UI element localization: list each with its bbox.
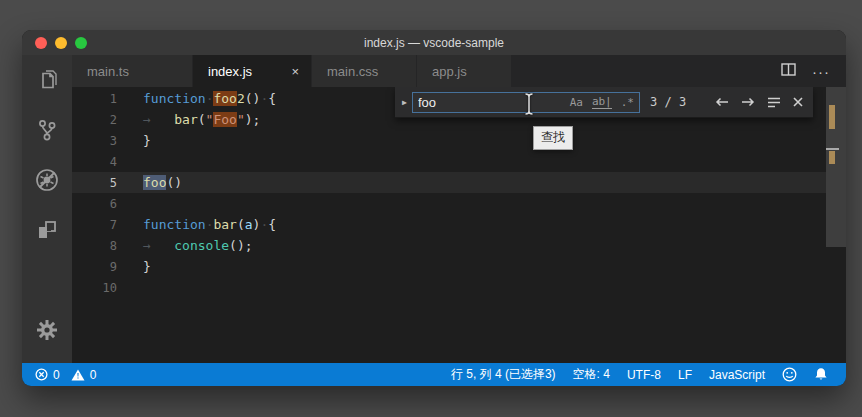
- editor-actions: ···: [781, 55, 846, 87]
- code-token: ();: [229, 238, 252, 253]
- line-number: 2: [72, 113, 117, 127]
- cursor-position-marker: [826, 148, 839, 150]
- vscode-window: index.js — vscode-sample: [22, 30, 846, 386]
- tab-label: main.ts: [87, 64, 129, 79]
- activity-bar: [22, 55, 72, 363]
- line-number: 1: [72, 92, 117, 106]
- line-number: 5: [72, 176, 117, 190]
- status-cursor-position[interactable]: 行 5, 列 4 (已选择3): [451, 366, 556, 383]
- text-cursor-pointer: [523, 92, 535, 119]
- minimize-window-button[interactable]: [55, 37, 67, 49]
- code-line[interactable]: 6: [72, 193, 826, 214]
- match-case-toggle[interactable]: Aa: [570, 96, 583, 109]
- find-match-marker: [829, 105, 835, 129]
- editor-group: main.tsindex.js×main.cssapp.js ··· 1func…: [72, 55, 846, 363]
- code-token: (): [245, 91, 261, 106]
- overview-ruler: [826, 87, 846, 363]
- feedback-smiley-icon[interactable]: [782, 367, 797, 382]
- find-buttons: [715, 97, 811, 108]
- status-bar-right: 行 5, 列 4 (已选择3)空格: 4UTF-8LFJavaScript: [451, 366, 828, 383]
- find-tooltip: 查找: [533, 126, 573, 150]
- code-line[interactable]: 8→console();: [72, 235, 826, 256]
- code-line[interactable]: 10: [72, 277, 826, 298]
- activity-source-control-icon[interactable]: [22, 105, 72, 155]
- code-token: }: [143, 259, 151, 274]
- code-text: →console();: [117, 238, 253, 253]
- notifications-bell-icon[interactable]: [814, 367, 828, 382]
- code-token: (: [237, 217, 245, 232]
- status-indentation[interactable]: 空格: 4: [573, 366, 610, 383]
- tab-app-js[interactable]: app.js: [417, 55, 512, 87]
- find-input[interactable]: [418, 95, 538, 110]
- code-token: →: [143, 112, 174, 127]
- close-window-button[interactable]: [35, 37, 47, 49]
- code-line[interactable]: 4: [72, 151, 826, 172]
- code-token: 2: [237, 91, 245, 106]
- error-icon: [35, 368, 48, 381]
- line-number: 4: [72, 155, 117, 169]
- code-text: →bar("Foo");: [117, 112, 260, 127]
- activity-explorer-icon[interactable]: [22, 55, 72, 105]
- tab-label: main.css: [327, 64, 378, 79]
- code-line[interactable]: 3}: [72, 130, 826, 151]
- code-token: (: [198, 112, 206, 127]
- code-lines: 1function·foo2()·{2→bar("Foo");3}45foo()…: [72, 88, 826, 298]
- code-token: );: [245, 112, 261, 127]
- code-text: }: [117, 133, 151, 148]
- previous-match-icon[interactable]: [715, 97, 729, 107]
- line-number: 10: [72, 281, 117, 295]
- find-options: Aa ab| .*: [570, 95, 634, 109]
- activity-debug-icon[interactable]: [22, 155, 72, 205]
- find-widget: ▶ Aa ab| .* 3 / 3: [395, 87, 813, 118]
- code-token: bar: [213, 217, 236, 232]
- code-token: {: [268, 91, 276, 106]
- code-token: bar: [174, 112, 197, 127]
- code-token: console: [174, 238, 229, 253]
- code-token: →: [143, 238, 174, 253]
- code-token: Foo: [213, 112, 236, 127]
- code-text: }: [117, 259, 151, 274]
- next-match-icon[interactable]: [741, 97, 755, 107]
- settings-gear-icon[interactable]: [22, 305, 72, 355]
- regex-toggle[interactable]: .*: [621, 96, 634, 109]
- status-encoding[interactable]: UTF-8: [627, 368, 661, 382]
- status-language-mode[interactable]: JavaScript: [709, 368, 765, 382]
- code-token: (): [166, 175, 182, 190]
- tab-index-js[interactable]: index.js×: [193, 55, 312, 87]
- status-eol[interactable]: LF: [678, 368, 692, 382]
- tab-main-ts[interactable]: main.ts: [72, 55, 193, 87]
- code-editor[interactable]: 1function·foo2()·{2→bar("Foo");3}45foo()…: [72, 87, 846, 363]
- tab-main-css[interactable]: main.css: [312, 55, 417, 87]
- line-number: 7: [72, 218, 117, 232]
- traffic-lights: [35, 37, 87, 49]
- status-bar: 0 0 行 5, 列 4 (已选择3)空格: 4UTF-8LFJavaScrip…: [22, 363, 846, 386]
- find-match-marker: [829, 151, 835, 164]
- problems-status[interactable]: 0 0: [35, 368, 96, 382]
- workbench: main.tsindex.js×main.cssapp.js ··· 1func…: [22, 55, 846, 363]
- code-line[interactable]: 7function·bar(a)·{: [72, 214, 826, 235]
- toggle-replace-chevron-icon[interactable]: ▶: [397, 98, 412, 107]
- zoom-window-button[interactable]: [75, 37, 87, 49]
- title-bar: index.js — vscode-sample: [22, 30, 846, 55]
- warning-count: 0: [90, 368, 97, 382]
- code-text: function·foo2()·{: [117, 91, 276, 106]
- split-editor-icon[interactable]: [781, 62, 796, 80]
- code-token: {: [268, 217, 276, 232]
- window-title: index.js — vscode-sample: [364, 36, 504, 50]
- code-text: foo(): [117, 175, 182, 190]
- find-in-selection-icon[interactable]: [767, 97, 781, 108]
- close-find-icon[interactable]: [793, 97, 803, 107]
- activity-extensions-icon[interactable]: [22, 205, 72, 255]
- tab-bar: main.tsindex.js×main.cssapp.js ···: [72, 55, 846, 87]
- code-line[interactable]: 9}: [72, 256, 826, 277]
- code-text: function·bar(a)·{: [117, 217, 276, 232]
- line-number: 8: [72, 239, 117, 253]
- line-number: 3: [72, 134, 117, 148]
- code-token: foo: [213, 91, 236, 106]
- whole-word-toggle[interactable]: ab|: [592, 95, 612, 109]
- more-actions-icon[interactable]: ···: [812, 63, 830, 80]
- line-number: 6: [72, 197, 117, 211]
- code-line[interactable]: 5foo(): [72, 172, 826, 193]
- close-tab-icon[interactable]: ×: [291, 64, 299, 79]
- warning-icon: [71, 369, 85, 381]
